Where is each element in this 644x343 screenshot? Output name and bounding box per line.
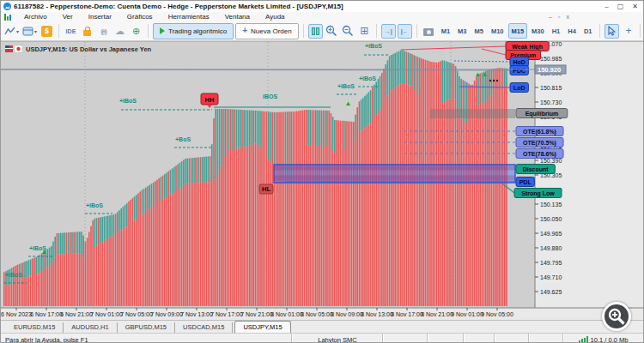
menu-item-insertar[interactable]: Insertar (81, 13, 119, 21)
chart-type-button[interactable]: ▾ (3, 24, 20, 39)
menu-bar: ArchivoVerInsertarGráficosHerramientasVe… (1, 12, 643, 21)
timeframe-button-m1[interactable]: M1 (438, 23, 453, 39)
chart-tab-gbpusdm15[interactable]: GBPUSD,M15 (118, 322, 175, 333)
chart-symbol-header: USDJPY,M15: US Dollar vs Japanese Yen (5, 45, 152, 53)
chart-tab-usdcadm15[interactable]: USDCAD,M15 (175, 322, 233, 333)
structure-badge: HL (259, 184, 273, 194)
signal-button[interactable]: ((•)) (96, 24, 111, 39)
timeframe-button-m10[interactable]: M10 (488, 23, 507, 39)
chart-tab-audusdh1[interactable]: AUDUSD,H1 (64, 322, 117, 333)
level-label-text: OTE(61.8%) (523, 129, 556, 135)
menu-item-ventana[interactable]: Ventana (217, 13, 258, 21)
camera-icon (423, 28, 434, 36)
chart-tab-eurusdm15[interactable]: EURUSD,M15 (6, 322, 64, 333)
dollar-icon: $ (41, 26, 52, 37)
level-label-discount: Discount (516, 165, 555, 174)
lock-icon (83, 30, 91, 36)
bos-label: +BoS (175, 136, 191, 142)
price-tick-label: 149.965 (540, 231, 562, 237)
chart-minimize-icon[interactable]: – (549, 14, 552, 20)
bos-label: +iBoS (337, 83, 355, 89)
cursor-button[interactable] (605, 24, 619, 39)
globe-icon: ⊕ (132, 26, 140, 37)
level-label-text: OTE(70.5%) (523, 140, 556, 147)
us-flag-icon (5, 45, 13, 52)
level-label-text: PDL (519, 179, 532, 185)
bos-label: iBOS (263, 93, 277, 99)
status-cell (528, 334, 563, 343)
menu-item-herramientas[interactable]: Herramientas (161, 13, 217, 21)
chart-canvas[interactable]: +iBoS+iBoS+iBoS+iBoS+BoSiBOS+iBoS+iBoS+i… (1, 41, 644, 320)
price-tick-label: 149.880 (540, 245, 562, 251)
algo-trading-button[interactable]: Trading algorítmico (153, 23, 234, 39)
status-expert-cell: Lahyton SMC (291, 334, 383, 343)
line-chart-icon (4, 26, 15, 37)
zoom-out-button[interactable] (341, 24, 355, 39)
step-back-icon: |← (401, 28, 409, 34)
timeframe-button-m30[interactable]: M30 (528, 23, 548, 39)
timeframe-button-m3[interactable]: M3 (454, 23, 470, 39)
menu-item-grficos[interactable]: Gráficos (119, 13, 161, 21)
level-label-ote618: OTE(61.8%) (516, 127, 563, 136)
current-price-box: 150.920 (535, 65, 566, 74)
connection-bars-icon (579, 336, 588, 343)
time-tick-label: 8 Nov 09:00 (331, 311, 363, 317)
time-tick-label: 8 Nov 21:00 (421, 311, 453, 317)
price-tick-label: 149.795 (540, 260, 562, 266)
menu-items: ArchivoVerInsertarGráficosHerramientasVe… (16, 13, 293, 21)
timeframe-button-d1[interactable]: D1 (580, 23, 596, 39)
candles-icon (312, 27, 319, 35)
community-button[interactable]: ⊕ (129, 24, 143, 39)
crosshair-button[interactable]: + (621, 24, 635, 39)
timeframe-button-m15[interactable]: M15 (508, 23, 528, 39)
timeframe-button-m5[interactable]: M5 (471, 23, 487, 39)
new-order-label: Nueva Orden (251, 27, 292, 35)
chart-zoom-button[interactable] (602, 302, 631, 331)
timeframe-button-h1[interactable]: H1 (549, 23, 564, 39)
level-label-text: Weak High (512, 44, 543, 51)
cloud-button[interactable]: ☁ (112, 24, 127, 39)
window-layout-icon (22, 26, 33, 37)
menu-item-archivo[interactable]: Archivo (16, 13, 55, 21)
price-tick-label: 150.985 (540, 56, 562, 62)
chart-area[interactable]: +iBoS+iBoS+iBoS+iBoS+BoSiBOS+iBoS+iBoS+i… (1, 41, 644, 320)
chart-restore-icon[interactable]: ▫ (558, 14, 560, 20)
timeframe-button-h4[interactable]: H4 (564, 23, 580, 39)
market-watch-button[interactable]: $ (39, 24, 54, 39)
zoom-in-icon (325, 25, 337, 37)
chart-tabs-bar: EURUSD,M15AUDUSD,H1GBPUSD,M15USDCAD,M15U… (1, 320, 643, 333)
window-restore-icon[interactable]: ▢ (617, 3, 624, 10)
price-pointer-dot (493, 80, 495, 81)
level-label-strong-low: Strong Low (514, 189, 562, 198)
traffic-text: 10.1 / 0.0 Mb (591, 336, 629, 343)
ide-button[interactable]: IDE (64, 24, 78, 39)
tile-windows-button[interactable]: ⊞ (357, 24, 372, 39)
chart-close-icon[interactable]: x (567, 14, 570, 20)
toolbar: ▾ ▾ $ IDE ((•)) ☁ ⊕ Trading algorítmico … (1, 21, 643, 41)
mt5-logo-icon (3, 3, 11, 10)
status-cell (427, 334, 464, 343)
chart-tab-usdjpym15[interactable]: USDJPY,M15 (234, 321, 290, 333)
time-tick-label: 7 Nov 09:00 (150, 311, 183, 317)
chart-layout-button[interactable]: ▾ (21, 24, 38, 39)
candle-style-button[interactable] (308, 24, 323, 39)
menu-item-ver[interactable]: Ver (55, 13, 81, 21)
menu-item-ayuda[interactable]: Ayuda (258, 13, 293, 21)
time-tick-label: 8 Nov 01:00 (270, 311, 303, 317)
level-label-pdl: PDL (516, 178, 534, 187)
zoom-in-button[interactable] (325, 24, 339, 39)
lock-button[interactable] (80, 24, 94, 39)
level-label-text: OTE(78.6%) (523, 151, 556, 158)
window-minimize-icon[interactable]: – (605, 3, 608, 10)
level-label-text: Equilibrium (526, 111, 559, 117)
screenshot-button[interactable] (422, 24, 436, 39)
time-tick-label: 7 Nov 21:00 (240, 311, 273, 317)
step-back-button[interactable]: |← (398, 24, 412, 39)
window-close-icon[interactable]: ✕ (632, 3, 638, 10)
new-order-button[interactable]: + Nueva Orden (235, 23, 298, 39)
bos-label: +iBoS (359, 75, 376, 81)
level-label-equilibrium: Equilibrium (516, 109, 568, 118)
step-forward-button[interactable]: →| (381, 24, 396, 39)
time-tick-label: 8 Nov 05:00 (301, 311, 333, 317)
level-label-hod: HoD (510, 57, 528, 67)
